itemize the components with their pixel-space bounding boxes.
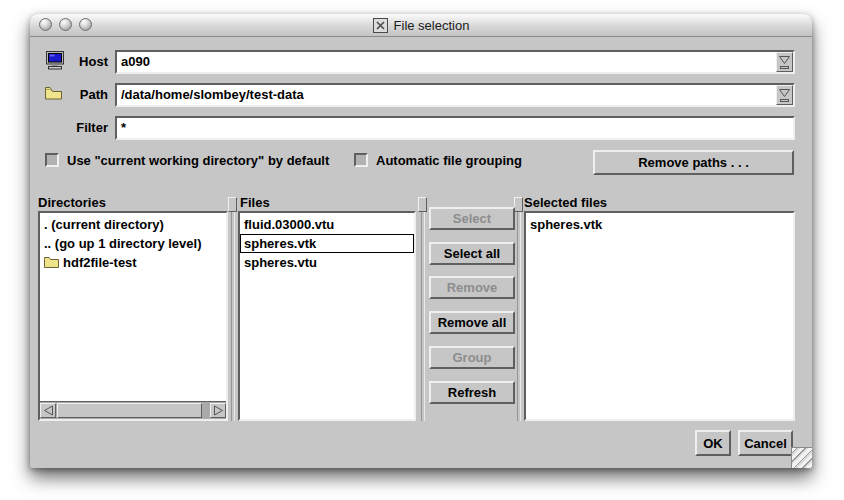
select-button[interactable]: Select — [429, 207, 515, 230]
filter-label: Filter — [30, 120, 108, 135]
list-item-label: fluid.03000.vtu — [244, 215, 334, 234]
list-item-label: spheres.vtu — [244, 253, 317, 272]
group-button[interactable]: Group — [429, 346, 515, 369]
window-controls — [39, 18, 92, 31]
scrollbar-thumb[interactable] — [57, 403, 202, 418]
list-item[interactable]: hdf2file-test — [40, 253, 226, 272]
list-item[interactable]: spheres.vtk — [526, 215, 793, 234]
list-item-label: hdf2file-test — [63, 253, 137, 272]
list-item[interactable]: . (current directory) — [40, 215, 226, 234]
list-item[interactable]: fluid.03000.vtu — [240, 215, 414, 234]
ok-button[interactable]: OK — [695, 430, 731, 456]
host-input[interactable]: a090 — [115, 50, 795, 74]
minimize-button-icon[interactable] — [59, 18, 72, 31]
path-label: Path — [30, 87, 108, 102]
directories-pane-label: Directories — [38, 195, 106, 210]
use-cwd-checkbox[interactable] — [45, 153, 59, 167]
selected-files-list[interactable]: spheres.vtk — [524, 211, 795, 421]
splitter-handle[interactable] — [228, 197, 237, 212]
refresh-button[interactable]: Refresh — [429, 381, 515, 404]
remove-all-button[interactable]: Remove all — [429, 311, 515, 334]
filter-input[interactable]: * — [115, 116, 795, 140]
scroll-left-icon[interactable] — [40, 403, 56, 418]
splitter-handle[interactable] — [418, 197, 427, 212]
host-label: Host — [30, 54, 108, 69]
resize-grip[interactable] — [791, 447, 812, 468]
files-pane-label: Files — [240, 195, 270, 210]
path-value: /data/home/slombey/test-data — [121, 87, 304, 102]
titlebar[interactable]: File selection — [30, 14, 812, 37]
list-item-focused[interactable]: spheres.vtk — [240, 234, 414, 253]
files-list[interactable]: fluid.03000.vtu spheres.vtk spheres.vtu — [238, 211, 416, 421]
scroll-right-icon[interactable] — [210, 403, 226, 418]
auto-grouping-label: Automatic file grouping — [376, 153, 522, 168]
list-item-label: . (current directory) — [44, 215, 164, 234]
splitter-groove[interactable] — [231, 212, 235, 421]
x11-window-icon — [373, 18, 388, 33]
list-item[interactable]: spheres.vtu — [240, 253, 414, 272]
window-title: File selection — [394, 18, 470, 33]
splitter-groove[interactable] — [517, 212, 521, 421]
close-button-icon[interactable] — [39, 18, 52, 31]
list-item-label: spheres.vtk — [244, 234, 316, 253]
auto-grouping-checkbox[interactable] — [354, 153, 368, 167]
zoom-button-icon[interactable] — [79, 18, 92, 31]
selected-files-pane-label: Selected files — [524, 195, 607, 210]
host-dropdown-button[interactable] — [776, 52, 793, 72]
remove-button[interactable]: Remove — [429, 276, 515, 299]
splitter-groove[interactable] — [421, 212, 425, 421]
list-item[interactable]: .. (go up 1 directory level) — [40, 234, 226, 253]
cancel-button[interactable]: Cancel — [738, 430, 793, 456]
remove-paths-button[interactable]: Remove paths . . . — [593, 150, 794, 175]
path-input[interactable]: /data/home/slombey/test-data — [115, 83, 795, 107]
use-cwd-label: Use "current working directory" by defau… — [67, 153, 329, 168]
filter-value: * — [121, 120, 126, 135]
horizontal-scrollbar[interactable] — [40, 401, 226, 419]
folder-icon — [44, 257, 59, 268]
directories-list[interactable]: . (current directory) .. (go up 1 direct… — [38, 211, 228, 421]
list-item-label: spheres.vtk — [530, 215, 602, 234]
splitter-handle[interactable] — [514, 197, 523, 212]
host-value: a090 — [121, 54, 150, 69]
list-item-label: .. (go up 1 directory level) — [44, 234, 201, 253]
file-selection-window: File selection Host a090 Path /data/home… — [30, 14, 812, 468]
path-dropdown-button[interactable] — [776, 85, 793, 105]
select-all-button[interactable]: Select all — [429, 242, 515, 265]
